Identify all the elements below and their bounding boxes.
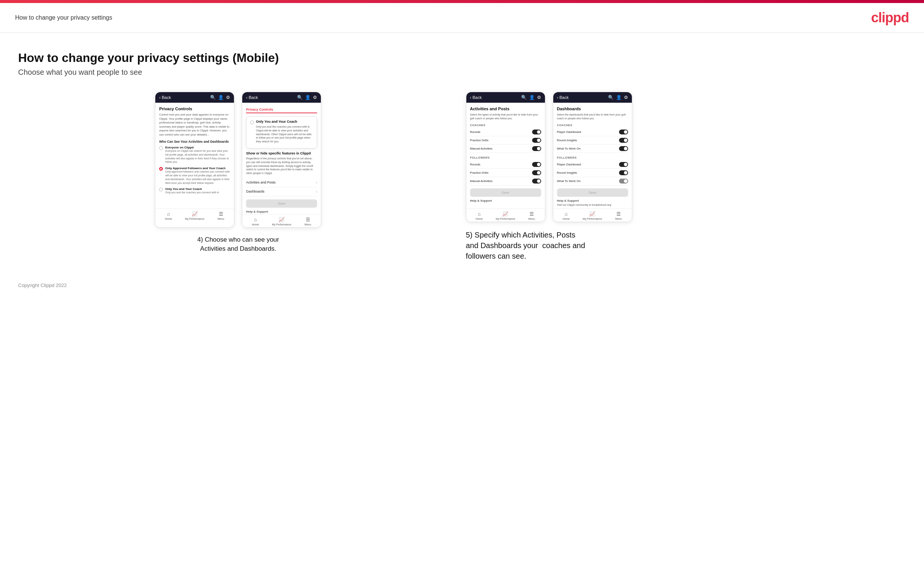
person-icon-2[interactable]: 👤 <box>305 95 311 100</box>
mock-activities-posts: ‹ Back 🔍 👤 ⚙ Activities and Posts Select… <box>466 92 545 222</box>
mock4-back-button[interactable]: ‹ Back <box>557 95 569 100</box>
mock3-followers-drills-toggle[interactable] <box>532 170 541 175</box>
mock3-coaches-manual: Manual Activities <box>470 145 541 153</box>
mock4-section-title: Dashboards <box>557 106 628 111</box>
mock4-section-desc: Select the dashboards that you'd like to… <box>557 113 628 121</box>
performance-icon: 📈 <box>192 211 198 217</box>
mock1-nav-home-label: Home <box>165 218 172 220</box>
mock2-nav-home[interactable]: ⌂ Home <box>242 217 268 226</box>
mock3-coaches-drills-toggle[interactable] <box>532 138 541 143</box>
home-icon-4: ⌂ <box>565 211 568 217</box>
mock1-only-you-label: Only You and Your Coach <box>165 187 219 191</box>
mock4-followers-player-toggle[interactable] <box>619 162 628 167</box>
mock2-dropdown-radio[interactable] <box>250 121 254 124</box>
mock2-dashboards-arrow: › <box>316 190 317 194</box>
mock1-back-button[interactable]: ‹ Back <box>159 95 171 100</box>
mock2-back-button[interactable]: ‹ Back <box>246 95 258 100</box>
mock1-option-everyone[interactable]: Everyone on Clippd Everyone on Clippd ca… <box>159 146 230 164</box>
mock3-section-desc: Select the types of activity that you'd … <box>470 113 541 121</box>
mock4-nav-home[interactable]: ⌂ Home <box>553 211 579 220</box>
mock3-coaches-manual-toggle[interactable] <box>532 146 541 151</box>
mock3-nav-home[interactable]: ⌂ Home <box>466 211 493 220</box>
mock3-coaches-drills: Practice Drills <box>470 136 541 145</box>
mock2-nav-menu[interactable]: ☰ Menu <box>295 217 321 226</box>
logo: clippd <box>871 10 909 26</box>
search-icon-4[interactable]: 🔍 <box>608 95 614 100</box>
person-icon-4[interactable]: 👤 <box>616 95 622 100</box>
person-icon-3[interactable]: 👤 <box>529 95 535 100</box>
settings-icon-3[interactable]: ⚙ <box>537 95 541 100</box>
mock4-coaches-player-toggle[interactable] <box>619 129 628 134</box>
mock4-followers-roundinsights-toggle[interactable] <box>619 170 628 175</box>
mock4-nav-home-label: Home <box>563 218 570 220</box>
mock2-save-button[interactable]: Save <box>246 199 317 208</box>
mock4-coaches-whattowork-toggle[interactable] <box>619 146 628 151</box>
mock1-nav-menu-label: Menu <box>218 218 225 220</box>
mock3-followers-manual-toggle[interactable] <box>532 179 541 184</box>
search-icon[interactable]: 🔍 <box>210 95 216 100</box>
mock2-show-hide-desc: Regardless of the privacy controls that … <box>246 157 317 175</box>
mock1-nav-performance[interactable]: 📈 My Performance <box>182 211 208 220</box>
mock2-nav-bar: ‹ Back 🔍 👤 ⚙ <box>242 92 321 103</box>
mock3-nav-home-label: Home <box>476 218 483 220</box>
mock1-everyone-label: Everyone on Clippd <box>165 146 230 149</box>
mock3-followers-manual: Manual Activities <box>470 177 541 185</box>
mock4-followers-roundinsights-label: Round Insights <box>557 171 577 174</box>
settings-icon-2[interactable]: ⚙ <box>313 95 317 100</box>
mock2-activities-arrow: › <box>316 181 317 185</box>
caption-step5-text: 5) Specify which Activities, Postsand Da… <box>466 231 585 260</box>
mock2-menu-activities[interactable]: Activities and Posts › <box>246 178 317 187</box>
mock1-approved-desc: Only approved followers and coaches you … <box>165 170 230 185</box>
mock3-back-button[interactable]: ‹ Back <box>470 95 482 100</box>
groups-row: ‹ Back 🔍 👤 ⚙ Privacy Controls Control ho… <box>18 92 906 261</box>
mock4-coaches-roundinsights-toggle[interactable] <box>619 138 628 143</box>
mock2-nav-home-label: Home <box>252 223 259 226</box>
search-icon-2[interactable]: 🔍 <box>297 95 303 100</box>
settings-icon-4[interactable]: ⚙ <box>624 95 628 100</box>
mock4-coaches-player-label: Player Dashboard <box>557 130 581 134</box>
page-subheading: Choose what you want people to see <box>18 68 906 77</box>
performance-icon-4: 📈 <box>589 211 595 217</box>
mock4-nav-menu[interactable]: ☰ Menu <box>606 211 632 220</box>
mock1-option-approved[interactable]: Only Approved Followers and Your Coach O… <box>159 166 230 185</box>
mock1-nav-home[interactable]: ⌂ Home <box>155 211 181 220</box>
mock4-save-button[interactable]: Save <box>557 189 628 197</box>
mock3-nav-performance[interactable]: 📈 My Performance <box>493 211 519 220</box>
mock2-menu-dashboards[interactable]: Dashboards › <box>246 187 317 197</box>
mock1-radio-approved[interactable] <box>159 167 163 171</box>
mock4-followers-roundinsights: Round Insights <box>557 169 628 177</box>
home-icon: ⌂ <box>167 211 170 217</box>
mock1-nav-icons: 🔍 👤 ⚙ <box>210 95 230 100</box>
mock3-nav-bar: ‹ Back 🔍 👤 ⚙ <box>466 92 545 103</box>
mock3-followers-rounds-label: Rounds <box>470 163 481 166</box>
mock4-followers-whattowork-toggle[interactable] <box>619 179 628 184</box>
mock4-followers-player: Player Dashboard <box>557 161 628 169</box>
caption-step5: 5) Specify which Activities, Postsand Da… <box>466 230 585 261</box>
mock2-nav-icons: 🔍 👤 ⚙ <box>297 95 317 100</box>
mock1-nav-menu[interactable]: ☰ Menu <box>208 211 234 220</box>
mock2-nav-performance[interactable]: 📈 My Performance <box>269 217 295 226</box>
person-icon[interactable]: 👤 <box>218 95 224 100</box>
mock3-nav-performance-label: My Performance <box>496 218 515 220</box>
search-icon-3[interactable]: 🔍 <box>521 95 527 100</box>
mock3-nav-menu[interactable]: ☰ Menu <box>519 211 544 220</box>
settings-icon[interactable]: ⚙ <box>226 95 230 100</box>
mock3-followers-rounds-toggle[interactable] <box>532 162 541 167</box>
mock4-nav-performance[interactable]: 📈 My Performance <box>579 211 606 220</box>
mock4-coaches-roundinsights: Round Insights <box>557 136 628 145</box>
mock1-nav-bar: ‹ Back 🔍 👤 ⚙ <box>155 92 234 103</box>
mock3-coaches-rounds-toggle[interactable] <box>532 129 541 134</box>
mock1-option-only-you[interactable]: Only You and Your Coach Only you and the… <box>159 187 230 195</box>
mock2-help-label: Help & Support <box>246 210 317 213</box>
mock3-save-button[interactable]: Save <box>470 189 541 197</box>
mock2-tab-privacy-controls[interactable]: Privacy Controls <box>246 106 276 113</box>
mock1-option-everyone-text: Everyone on Clippd Everyone on Clippd ca… <box>165 146 230 164</box>
mock1-radio-only-you[interactable] <box>159 188 163 192</box>
mock3-nav-icons: 🔍 👤 ⚙ <box>521 95 541 100</box>
mock1-radio-everyone[interactable] <box>159 146 163 150</box>
mock2-activities-label: Activities and Posts <box>246 181 276 184</box>
mock4-coaches-player: Player Dashboard <box>557 128 628 136</box>
mock3-followers-manual-label: Manual Activities <box>470 179 493 183</box>
footer: Copyright Clippd 2022 <box>0 273 924 297</box>
mock1-only-you-desc: Only you and the coaches you connect wit… <box>165 191 219 195</box>
